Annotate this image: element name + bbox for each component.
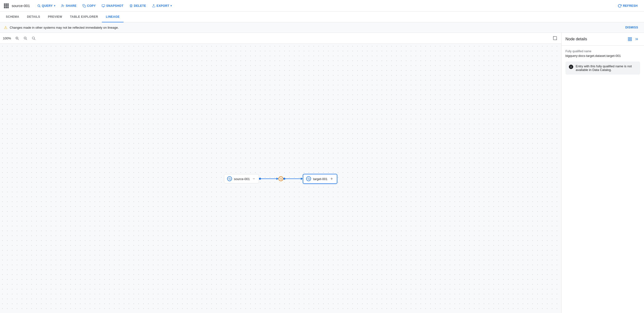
panel-header: Node details [562,33,644,46]
svg-rect-29 [630,40,632,41]
svg-line-21 [230,179,230,180]
expand-icon [553,36,557,40]
share-button[interactable]: SHARE [58,3,79,9]
info-icon: i [569,65,573,69]
search-icon [37,4,40,7]
svg-point-20 [228,178,230,179]
snapshot-button[interactable]: SNAPSHOT [99,3,126,9]
target-node-icon [306,176,311,181]
svg-rect-28 [628,40,630,41]
source-node[interactable]: source-001 − [224,174,259,183]
svg-line-18 [34,39,35,40]
dismiss-button[interactable]: DISMISS [623,25,640,30]
svg-line-11 [18,39,19,40]
transform-node-icon [278,176,283,181]
app-grid-icon [4,3,9,8]
svg-line-15 [26,39,27,40]
source-node-collapse[interactable]: − [253,177,255,181]
query-button[interactable]: QUERY ▾ [35,3,58,9]
source-node-label: source-001 [234,177,250,181]
connector-dot-2 [283,178,285,180]
page-title: source-001 [12,4,30,8]
warning-banner: ⚠ Changes made in other systems may not … [0,22,644,33]
expand-canvas-button[interactable] [552,35,558,41]
connector-1 [259,178,278,180]
tab-preview[interactable]: PREVIEW [44,12,66,22]
tab-schema[interactable]: SCHEMA [2,12,23,22]
zoom-out-button[interactable] [22,35,29,41]
canvas-diagram[interactable]: source-001 − [0,44,561,313]
lineage-container: source-001 − [224,174,337,184]
snapshot-icon [102,4,105,7]
svg-line-1 [40,6,40,7]
tab-details[interactable]: DETAILS [23,12,44,22]
info-message: Entry with this fully qualified name is … [576,64,637,72]
zoom-reset-button[interactable] [30,35,37,41]
panel-collapse-button[interactable] [633,36,640,42]
connector-line-1 [261,179,276,179]
zoom-level: 100% [3,36,12,40]
chevron-down-icon: ▾ [54,4,56,7]
svg-point-17 [32,37,34,39]
source-node-icon [227,176,232,181]
export-button[interactable]: EXPORT ▾ [150,3,174,9]
zoom-in-button[interactable] [14,35,20,41]
connector-line-2 [285,179,301,179]
arrow-2 [301,178,303,180]
panel-body: Fully qualified name bigquery:docs-targe… [562,46,644,313]
svg-rect-27 [630,37,632,39]
warning-text: Changes made in other systems may not be… [10,26,623,29]
delete-button[interactable]: DELETE [127,3,148,9]
svg-point-22 [280,178,282,179]
svg-rect-19 [553,36,557,40]
info-box: i Entry with this fully qualified name i… [566,61,640,75]
target-node-label: target-001 [313,177,327,181]
panel-view-icon [628,37,632,41]
canvas-toolbar: 100% [0,33,561,44]
target-node-expand[interactable]: + [330,176,333,181]
svg-line-23 [282,179,282,180]
svg-line-25 [309,179,310,180]
zoom-in-icon [15,36,19,40]
right-panel: Node details Fully qualified name bigque… [561,33,644,313]
connector-2 [283,178,303,180]
fully-qualified-name-field: Fully qualified name bigquery:docs-targe… [566,49,640,58]
fully-qualified-name-label: Fully qualified name [566,49,640,53]
main-area: 100% [0,33,644,313]
connector-dot-1 [259,178,261,180]
warning-icon: ⚠ [4,25,7,30]
tabs-bar: SCHEMA DETAILS PREVIEW TABLE EXPLORER LI… [0,12,644,22]
canvas-area: 100% [0,33,561,313]
top-bar: source-001 QUERY ▾ SHARE COPY SNAPSHOT [0,0,644,12]
target-node[interactable]: target-001 + [303,174,337,184]
arrow-1 [276,178,278,180]
copy-button[interactable]: COPY [80,3,98,9]
svg-rect-5 [84,5,86,7]
tab-table-explorer[interactable]: TABLE EXPLORER [66,12,102,22]
export-icon [152,4,156,7]
panel-title: Node details [566,37,626,41]
panel-view-button[interactable] [626,36,633,42]
zoom-out-icon [23,36,27,40]
svg-rect-26 [628,37,630,39]
panel-collapse-icon [634,37,639,41]
copy-icon [82,4,86,7]
fully-qualified-name-value: bigquery:docs-target.dataset.target-001 [566,54,640,58]
svg-point-0 [38,4,40,6]
svg-point-2 [62,4,63,5]
zoom-reset-icon [32,36,36,40]
refresh-button[interactable]: REFRESH [615,2,640,9]
svg-point-24 [308,178,309,179]
svg-rect-6 [102,4,105,6]
chevron-down-icon: ▾ [170,4,172,7]
tab-lineage[interactable]: LINEAGE [102,12,124,22]
transform-node[interactable] [278,176,283,181]
delete-icon [130,4,133,7]
share-icon [61,4,64,7]
refresh-icon [618,4,622,8]
